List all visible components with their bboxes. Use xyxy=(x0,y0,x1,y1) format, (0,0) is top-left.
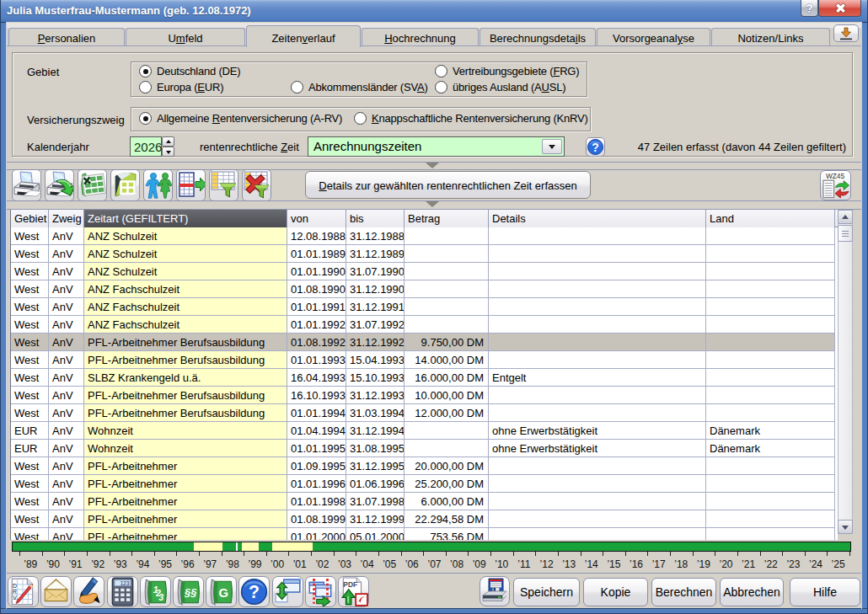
svg-text:?: ? xyxy=(592,141,599,154)
svg-text:§§: §§ xyxy=(184,586,197,599)
svg-text:?: ? xyxy=(249,582,260,601)
svg-text:G: G xyxy=(218,586,228,600)
svg-text:WZ45: WZ45 xyxy=(826,173,844,180)
svg-text:123: 123 xyxy=(121,580,130,586)
svg-text:3: 3 xyxy=(158,592,163,602)
svg-text:V: V xyxy=(13,595,17,601)
svg-text:PDF: PDF xyxy=(343,580,357,589)
svg-text:?: ? xyxy=(806,2,813,15)
